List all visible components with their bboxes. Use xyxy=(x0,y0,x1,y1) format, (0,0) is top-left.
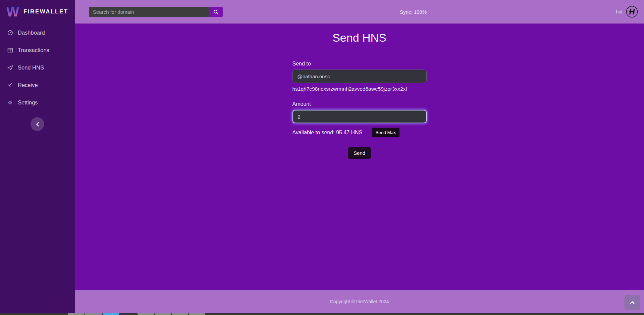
os-taskbar[interactable] xyxy=(0,313,644,315)
send-to-input[interactable] xyxy=(292,70,427,83)
main-column: Sync: 100% hot Send HNS Send to hs1qh7c9… xyxy=(75,0,644,313)
wallet-chip[interactable]: hot xyxy=(616,0,638,24)
search-icon xyxy=(213,9,219,15)
brand-name: FIREWALLET xyxy=(23,8,68,15)
taskbar-active-window-segment[interactable] xyxy=(103,313,119,315)
sidebar-item-settings[interactable]: ⚙ Settings xyxy=(0,94,75,111)
taskbar-window-segment[interactable] xyxy=(155,313,171,315)
brand[interactable]: W FIREWALLET xyxy=(0,0,75,19)
sidebar-nav: Dashboard Transactions Send HNS Receive xyxy=(0,24,75,111)
send-form: Send to hs1qh7c98nexsrzwrmnh2avved6awe59… xyxy=(292,61,427,159)
svg-text:W: W xyxy=(7,5,19,19)
scroll-to-top-button[interactable] xyxy=(625,295,640,310)
sidebar-item-label: Receive xyxy=(18,82,38,88)
dashboard-gauge-icon xyxy=(7,30,13,36)
page-title: Send HNS xyxy=(75,30,644,46)
amount-label: Amount xyxy=(292,101,427,107)
firewallet-logo-icon: W xyxy=(7,5,19,19)
settings-gear-icon: ⚙ xyxy=(7,99,13,106)
topbar: Sync: 100% hot xyxy=(75,0,644,24)
chevron-up-icon xyxy=(630,301,635,304)
sidebar-item-dashboard[interactable]: Dashboard xyxy=(0,24,75,41)
transactions-table-icon xyxy=(7,47,13,53)
sync-status: Sync: 100% xyxy=(400,0,427,24)
sidebar-item-transactions[interactable]: Transactions xyxy=(0,41,75,59)
send-button[interactable]: Send xyxy=(348,147,371,159)
receive-arrow-icon xyxy=(7,82,13,88)
taskbar-window-segment[interactable] xyxy=(138,313,154,315)
search-bar xyxy=(89,7,223,17)
amount-input[interactable] xyxy=(292,110,427,123)
domain-search-input[interactable] xyxy=(89,7,209,17)
sidebar-item-label: Settings xyxy=(18,99,38,106)
taskbar-window-segment[interactable] xyxy=(85,313,102,315)
copyright-text: Copyright © FireWallet 2024 xyxy=(330,299,389,304)
handshake-icon xyxy=(626,6,638,18)
taskbar-window-segment[interactable] xyxy=(189,313,205,315)
content-area: Send HNS Send to hs1qh7c98nexsrzwrmnh2av… xyxy=(75,24,644,290)
sidebar-item-label: Send HNS xyxy=(18,64,44,71)
send-row: Send xyxy=(292,147,427,159)
sidebar-item-label: Dashboard xyxy=(18,30,45,36)
sidebar-item-receive[interactable]: Receive xyxy=(0,76,75,94)
sidebar: W FIREWALLET Dashboard Transactions xyxy=(0,0,75,313)
sidebar-item-label: Transactions xyxy=(18,47,49,53)
send-paper-plane-icon xyxy=(7,65,13,71)
app-window: W FIREWALLET Dashboard Transactions xyxy=(0,0,644,315)
search-button[interactable] xyxy=(209,7,223,17)
taskbar-window-segment[interactable] xyxy=(172,313,188,315)
send-max-button[interactable]: Send Max xyxy=(372,128,399,137)
available-row: Available to send: 95.47 HNS Send Max xyxy=(292,128,427,137)
chevron-left-icon xyxy=(36,122,40,127)
footer: Copyright © FireWallet 2024 xyxy=(75,290,644,313)
sidebar-item-send-hns[interactable]: Send HNS xyxy=(0,59,75,76)
sidebar-collapse-button[interactable] xyxy=(31,117,44,131)
taskbar-window-segment[interactable] xyxy=(68,313,84,315)
send-to-label: Send to xyxy=(292,61,427,67)
resolved-address: hs1qh7c98nexsrzwrmnh2avved6awe59jzpr3xx2… xyxy=(292,86,427,92)
wallet-name: hot xyxy=(616,9,623,14)
available-balance: Available to send: 95.47 HNS xyxy=(292,130,363,136)
